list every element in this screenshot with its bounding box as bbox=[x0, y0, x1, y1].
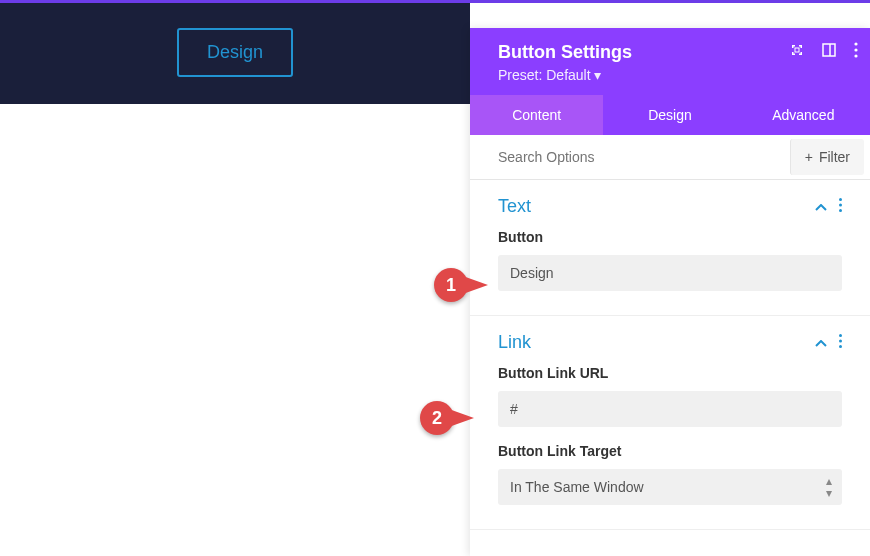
expand-icon[interactable] bbox=[790, 43, 804, 61]
link-target-select[interactable]: In The Same Window bbox=[498, 469, 842, 505]
filter-button[interactable]: + Filter bbox=[790, 139, 864, 175]
section-text: Text Button bbox=[470, 180, 870, 316]
canvas-preview: Design bbox=[0, 0, 470, 104]
svg-rect-0 bbox=[795, 48, 799, 52]
button-text-input[interactable] bbox=[498, 255, 842, 291]
settings-panel: Button Settings Preset: Default ▾ Conten… bbox=[470, 28, 870, 556]
svg-rect-1 bbox=[823, 44, 835, 56]
annotation-1: 1 bbox=[434, 265, 492, 305]
collapse-icon[interactable] bbox=[815, 198, 827, 216]
button-text-label: Button bbox=[498, 229, 842, 245]
svg-point-7 bbox=[839, 203, 842, 206]
section-text-title[interactable]: Text bbox=[498, 196, 531, 217]
section-menu-icon[interactable] bbox=[839, 198, 842, 216]
search-row: + Filter bbox=[470, 135, 870, 180]
svg-point-6 bbox=[839, 198, 842, 201]
plus-icon: + bbox=[805, 149, 813, 165]
filter-label: Filter bbox=[819, 149, 850, 165]
kebab-menu-icon[interactable] bbox=[854, 42, 858, 62]
svg-point-10 bbox=[839, 339, 842, 342]
svg-point-11 bbox=[839, 345, 842, 348]
section-menu-icon[interactable] bbox=[839, 334, 842, 352]
collapse-icon[interactable] bbox=[815, 334, 827, 352]
panel-header: Button Settings Preset: Default ▾ bbox=[470, 28, 870, 95]
svg-point-9 bbox=[839, 334, 842, 337]
svg-point-5 bbox=[854, 54, 857, 57]
section-link-title[interactable]: Link bbox=[498, 332, 531, 353]
tab-advanced[interactable]: Advanced bbox=[737, 95, 870, 135]
search-input[interactable] bbox=[470, 137, 784, 177]
settings-tabs: Content Design Advanced bbox=[470, 95, 870, 135]
preset-selector[interactable]: Preset: Default ▾ bbox=[498, 67, 850, 83]
tab-content[interactable]: Content bbox=[470, 95, 603, 135]
svg-point-3 bbox=[854, 42, 857, 45]
link-url-label: Button Link URL bbox=[498, 365, 842, 381]
svg-point-8 bbox=[839, 209, 842, 212]
link-target-label: Button Link Target bbox=[498, 443, 842, 459]
svg-point-4 bbox=[854, 48, 857, 51]
button-preview[interactable]: Design bbox=[177, 28, 293, 77]
layout-icon[interactable] bbox=[822, 43, 836, 61]
annotation-2: 2 bbox=[420, 398, 478, 438]
section-link: Link Button Link URL Button Link Target … bbox=[470, 316, 870, 530]
tab-design[interactable]: Design bbox=[603, 95, 736, 135]
link-url-input[interactable] bbox=[498, 391, 842, 427]
